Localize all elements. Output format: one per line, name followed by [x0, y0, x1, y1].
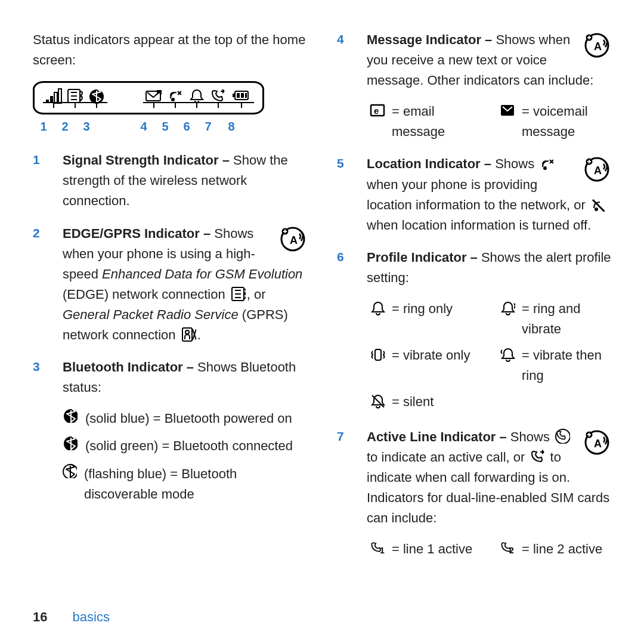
voicemail-icon — [500, 103, 515, 117]
page-footer: 16 basics — [33, 607, 110, 627]
location-on-icon — [539, 156, 553, 171]
silent-icon — [370, 393, 385, 408]
intro-text: Status indicators appear at the top of t… — [33, 30, 307, 70]
feature-badge-icon — [584, 32, 611, 60]
ring-only-icon — [370, 300, 385, 315]
item-3: 3 Bluetooth Indicator – Shows Bluetooth … — [33, 357, 307, 512]
item-1: 1 Signal Strength Indicator – Show the s… — [33, 150, 307, 211]
item-4: 4 Message Indicator – Shows when you rec… — [337, 30, 611, 142]
feature-badge-icon — [584, 429, 611, 457]
line2-icon — [500, 540, 515, 556]
bluetooth-icon — [63, 408, 78, 423]
vibrate-only-icon — [370, 346, 385, 362]
item-2: 2 EDGE/GPRS Indicator – Shows when your … — [33, 224, 307, 346]
bt-row-3: (flashing blue) = Bluetooth discoverable… — [84, 464, 307, 504]
email-icon — [370, 103, 385, 117]
active-call-icon — [555, 428, 570, 444]
location-off-icon — [590, 197, 605, 212]
feature-badge-icon — [280, 226, 307, 253]
ring-vibrate-icon — [500, 300, 515, 315]
edge-icon — [230, 286, 246, 301]
item-5: 5 Location Indicator – Shows when your p… — [337, 154, 611, 235]
item-6: 6 Profile Indicator – Shows the alert pr… — [337, 247, 611, 415]
bt-row-2: (solid green) = Bluetooth connected — [85, 436, 293, 456]
feature-badge-icon — [584, 156, 611, 184]
statusbar-diagram — [33, 81, 264, 114]
phone-fwd-icon — [530, 448, 545, 464]
line1-icon — [370, 540, 385, 556]
bt-row-1: (solid blue) = Bluetooth powered on — [85, 408, 292, 429]
page-number: 16 — [33, 609, 47, 624]
vibrate-then-ring-icon — [500, 346, 515, 362]
diagram-numbers: 1 2 3 . 4 5 6 7 8 — [33, 117, 307, 136]
bluetooth-outline-icon — [63, 464, 77, 478]
bluetooth-icon — [63, 436, 78, 450]
item-7: 7 Active Line Indicator – Shows to indic… — [337, 427, 611, 562]
section-name: basics — [73, 609, 110, 624]
gprs-icon — [181, 326, 196, 342]
